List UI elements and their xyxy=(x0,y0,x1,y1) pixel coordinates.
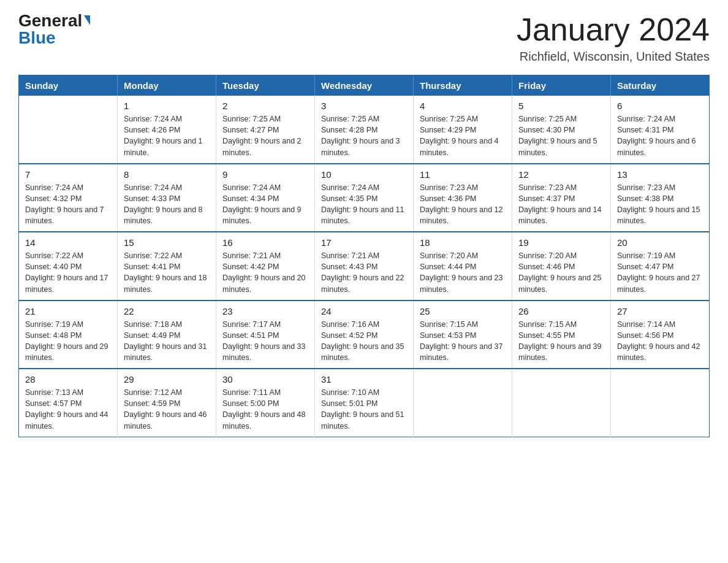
calendar-week-row: 14Sunrise: 7:22 AMSunset: 4:40 PMDayligh… xyxy=(19,232,710,301)
day-info: Sunrise: 7:21 AMSunset: 4:42 PMDaylight:… xyxy=(222,250,308,295)
calendar-week-row: 28Sunrise: 7:13 AMSunset: 4:57 PMDayligh… xyxy=(19,369,710,437)
calendar-day-1: 1Sunrise: 7:24 AMSunset: 4:26 PMDaylight… xyxy=(118,96,216,164)
day-info: Sunrise: 7:13 AMSunset: 4:57 PMDaylight:… xyxy=(25,387,111,432)
day-info: Sunrise: 7:25 AMSunset: 4:30 PMDaylight:… xyxy=(518,113,604,158)
day-number: 13 xyxy=(617,169,703,180)
day-info: Sunrise: 7:24 AMSunset: 4:34 PMDaylight:… xyxy=(222,182,308,227)
day-number: 7 xyxy=(25,169,111,180)
day-number: 30 xyxy=(222,374,308,385)
day-number: 8 xyxy=(124,169,210,180)
day-info: Sunrise: 7:24 AMSunset: 4:31 PMDaylight:… xyxy=(617,113,703,158)
day-number: 31 xyxy=(321,374,407,385)
day-number: 12 xyxy=(518,169,604,180)
calendar-day-27: 27Sunrise: 7:14 AMSunset: 4:56 PMDayligh… xyxy=(611,301,710,369)
day-number: 6 xyxy=(617,101,703,111)
day-info: Sunrise: 7:12 AMSunset: 4:59 PMDaylight:… xyxy=(124,387,210,432)
day-info: Sunrise: 7:22 AMSunset: 4:40 PMDaylight:… xyxy=(25,250,111,295)
day-number: 16 xyxy=(222,237,308,248)
day-number: 22 xyxy=(124,306,210,316)
day-number: 4 xyxy=(420,101,506,111)
calendar-day-11: 11Sunrise: 7:23 AMSunset: 4:36 PMDayligh… xyxy=(414,164,512,232)
empty-cell xyxy=(414,369,512,437)
calendar-day-18: 18Sunrise: 7:20 AMSunset: 4:44 PMDayligh… xyxy=(414,232,512,301)
day-number: 9 xyxy=(222,169,308,180)
calendar-day-10: 10Sunrise: 7:24 AMSunset: 4:35 PMDayligh… xyxy=(315,164,414,232)
day-info: Sunrise: 7:18 AMSunset: 4:49 PMDaylight:… xyxy=(124,319,210,364)
calendar-day-20: 20Sunrise: 7:19 AMSunset: 4:47 PMDayligh… xyxy=(611,232,710,301)
day-number: 14 xyxy=(25,237,111,248)
page-header: General Blue January 2024 Richfield, Wis… xyxy=(18,12,710,64)
location-title: Richfield, Wisconsin, United States xyxy=(517,50,710,64)
calendar-week-row: 7Sunrise: 7:24 AMSunset: 4:32 PMDaylight… xyxy=(19,164,710,232)
day-info: Sunrise: 7:15 AMSunset: 4:53 PMDaylight:… xyxy=(420,319,506,364)
month-title: January 2024 xyxy=(517,12,710,47)
calendar-week-row: 1Sunrise: 7:24 AMSunset: 4:26 PMDaylight… xyxy=(19,96,710,164)
day-number: 15 xyxy=(124,237,210,248)
day-info: Sunrise: 7:14 AMSunset: 4:56 PMDaylight:… xyxy=(617,319,703,364)
logo: General Blue xyxy=(18,12,90,47)
calendar-day-13: 13Sunrise: 7:23 AMSunset: 4:38 PMDayligh… xyxy=(611,164,710,232)
day-header-thursday: Thursday xyxy=(414,75,512,96)
calendar-day-25: 25Sunrise: 7:15 AMSunset: 4:53 PMDayligh… xyxy=(414,301,512,369)
title-block: January 2024 Richfield, Wisconsin, Unite… xyxy=(517,12,710,64)
calendar-day-29: 29Sunrise: 7:12 AMSunset: 4:59 PMDayligh… xyxy=(118,369,216,437)
calendar-day-21: 21Sunrise: 7:19 AMSunset: 4:48 PMDayligh… xyxy=(19,301,118,369)
calendar-week-row: 21Sunrise: 7:19 AMSunset: 4:48 PMDayligh… xyxy=(19,301,710,369)
calendar-day-8: 8Sunrise: 7:24 AMSunset: 4:33 PMDaylight… xyxy=(118,164,216,232)
calendar-day-4: 4Sunrise: 7:25 AMSunset: 4:29 PMDaylight… xyxy=(414,96,512,164)
day-number: 10 xyxy=(321,169,407,180)
day-info: Sunrise: 7:24 AMSunset: 4:35 PMDaylight:… xyxy=(321,182,407,227)
empty-cell xyxy=(19,96,118,164)
day-info: Sunrise: 7:19 AMSunset: 4:47 PMDaylight:… xyxy=(617,250,703,295)
calendar-day-6: 6Sunrise: 7:24 AMSunset: 4:31 PMDaylight… xyxy=(611,96,710,164)
day-info: Sunrise: 7:22 AMSunset: 4:41 PMDaylight:… xyxy=(124,250,210,295)
calendar-day-5: 5Sunrise: 7:25 AMSunset: 4:30 PMDaylight… xyxy=(512,96,611,164)
empty-cell xyxy=(512,369,611,437)
calendar-day-12: 12Sunrise: 7:23 AMSunset: 4:37 PMDayligh… xyxy=(512,164,611,232)
day-info: Sunrise: 7:20 AMSunset: 4:44 PMDaylight:… xyxy=(420,250,506,295)
day-header-sunday: Sunday xyxy=(19,75,118,96)
day-info: Sunrise: 7:21 AMSunset: 4:43 PMDaylight:… xyxy=(321,250,407,295)
calendar-day-22: 22Sunrise: 7:18 AMSunset: 4:49 PMDayligh… xyxy=(118,301,216,369)
day-info: Sunrise: 7:16 AMSunset: 4:52 PMDaylight:… xyxy=(321,319,407,364)
day-number: 26 xyxy=(518,306,604,316)
day-number: 27 xyxy=(617,306,703,316)
day-number: 17 xyxy=(321,237,407,248)
calendar-day-31: 31Sunrise: 7:10 AMSunset: 5:01 PMDayligh… xyxy=(315,369,414,437)
day-info: Sunrise: 7:20 AMSunset: 4:46 PMDaylight:… xyxy=(518,250,604,295)
calendar-day-16: 16Sunrise: 7:21 AMSunset: 4:42 PMDayligh… xyxy=(216,232,315,301)
day-info: Sunrise: 7:24 AMSunset: 4:32 PMDaylight:… xyxy=(25,182,111,227)
day-info: Sunrise: 7:11 AMSunset: 5:00 PMDaylight:… xyxy=(222,387,308,432)
day-info: Sunrise: 7:25 AMSunset: 4:29 PMDaylight:… xyxy=(420,113,506,158)
calendar-day-19: 19Sunrise: 7:20 AMSunset: 4:46 PMDayligh… xyxy=(512,232,611,301)
day-number: 2 xyxy=(222,101,308,111)
day-number: 28 xyxy=(25,374,111,385)
day-number: 3 xyxy=(321,101,407,111)
day-number: 20 xyxy=(617,237,703,248)
calendar-day-15: 15Sunrise: 7:22 AMSunset: 4:41 PMDayligh… xyxy=(118,232,216,301)
day-number: 5 xyxy=(518,101,604,111)
day-info: Sunrise: 7:24 AMSunset: 4:26 PMDaylight:… xyxy=(124,113,210,158)
calendar-day-17: 17Sunrise: 7:21 AMSunset: 4:43 PMDayligh… xyxy=(315,232,414,301)
day-header-monday: Monday xyxy=(118,75,216,96)
calendar-day-23: 23Sunrise: 7:17 AMSunset: 4:51 PMDayligh… xyxy=(216,301,315,369)
day-info: Sunrise: 7:23 AMSunset: 4:37 PMDaylight:… xyxy=(518,182,604,227)
empty-cell xyxy=(611,369,710,437)
day-header-tuesday: Tuesday xyxy=(216,75,315,96)
calendar-day-9: 9Sunrise: 7:24 AMSunset: 4:34 PMDaylight… xyxy=(216,164,315,232)
logo-blue-text: Blue xyxy=(18,28,56,47)
day-number: 25 xyxy=(420,306,506,316)
day-header-friday: Friday xyxy=(512,75,611,96)
day-number: 29 xyxy=(124,374,210,385)
day-number: 18 xyxy=(420,237,506,248)
day-number: 19 xyxy=(518,237,604,248)
day-number: 24 xyxy=(321,306,407,316)
day-info: Sunrise: 7:24 AMSunset: 4:33 PMDaylight:… xyxy=(124,182,210,227)
calendar-day-28: 28Sunrise: 7:13 AMSunset: 4:57 PMDayligh… xyxy=(19,369,118,437)
calendar-day-7: 7Sunrise: 7:24 AMSunset: 4:32 PMDaylight… xyxy=(19,164,118,232)
calendar-day-26: 26Sunrise: 7:15 AMSunset: 4:55 PMDayligh… xyxy=(512,301,611,369)
day-info: Sunrise: 7:19 AMSunset: 4:48 PMDaylight:… xyxy=(25,319,111,364)
day-header-saturday: Saturday xyxy=(611,75,710,96)
calendar-day-2: 2Sunrise: 7:25 AMSunset: 4:27 PMDaylight… xyxy=(216,96,315,164)
calendar-day-30: 30Sunrise: 7:11 AMSunset: 5:00 PMDayligh… xyxy=(216,369,315,437)
